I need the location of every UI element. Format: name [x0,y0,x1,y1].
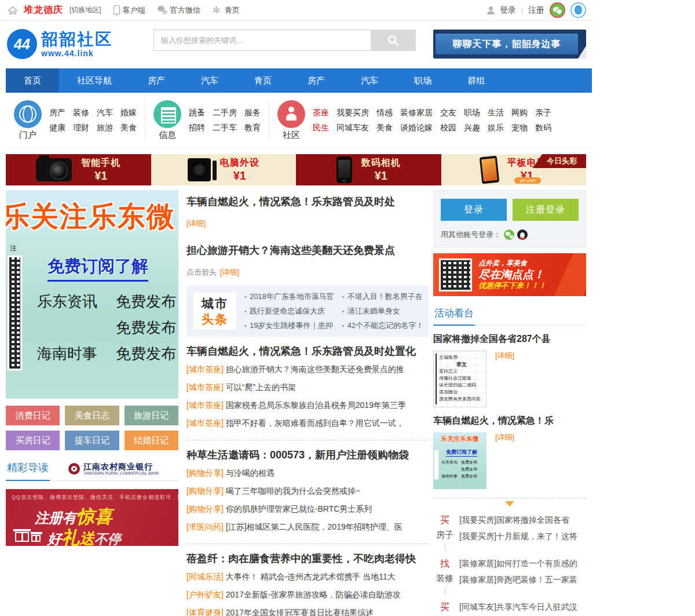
wechat-mini-icon[interactable] [504,229,514,240]
portal-link-娱乐[interactable]: 娱乐 [488,123,504,133]
article-link[interactable]: [装修家居]如何打造一个有质感的 [459,555,586,571]
expand-arrow-icon[interactable] [505,501,514,506]
search-input[interactable] [153,30,371,51]
news-thumbnail[interactable]: 主编推荐:李文坚持正义传播社会正能量请长按扫描二维码添加微信朋友圈有更多国内新 [433,351,487,407]
portal-link-婚嫁[interactable]: 婚嫁 [120,108,137,118]
portal-link-服务[interactable]: 服务 [244,108,261,118]
nav-item-4[interactable]: 青页 [236,68,290,93]
portal-link-装修[interactable]: 装修 [73,108,89,118]
qingye-link[interactable]: 青页 [213,5,240,16]
takeout-qr-ad[interactable]: 点外卖，享美食 尽在淘点点！ 优惠停不下来！！！ [433,253,586,296]
qq-mini-icon[interactable] [517,229,528,240]
portal-link-交友[interactable]: 交友 [440,108,456,118]
news-thumbnail[interactable]: 乐关注乐东微免费订阅了解乐东资讯免费发布免费发布海南时事免费发布 [433,432,487,489]
product-segment-1[interactable]: 电脑外设¥1 [151,154,297,185]
nav-item-3[interactable]: 汽车 [183,68,236,93]
portal-link-谈婚论嫁[interactable]: 谈婚论嫁 [400,123,433,133]
article-link[interactable]: [购物分享]你的肌肤护理管家已就位-BRTC男士系列 [186,500,429,518]
headline-link[interactable]: 践行新使命忠诚保大庆 [244,306,334,316]
wechat-login-icon[interactable] [550,2,565,18]
highlights-title[interactable]: 精彩导读 [6,461,50,481]
portal-link-美食[interactable]: 美食 [376,123,393,133]
portal-link-房产[interactable]: 房产 [49,108,65,118]
nav-item-8[interactable]: 群组 [449,68,503,93]
article-link[interactable]: [城市茶座]国家税务总局乐东黎族自治县税务局2019年第三季 [186,396,429,414]
portal-link-教育[interactable]: 教育 [244,123,261,133]
portal-link-生活[interactable]: 生活 [488,108,504,118]
headline-link[interactable]: 2018年广东各地市落马官 [244,291,334,302]
news-headline[interactable]: 国家将撤掉全国各省287个县 [433,333,586,345]
site-logo[interactable]: 44 韶韶社区 www.44.link [7,29,113,59]
portal-link-汽车[interactable]: 汽车 [97,108,113,118]
article-link[interactable]: [求医问药][江苏]相城区第二人民医院，2019年招聘护理、医 [186,518,429,536]
portal-link-二手车[interactable]: 二手车 [213,123,237,133]
register-promo-ad[interactable]: QQ首次登陆、微博首次登陆、微信关注、手机注册全都送彩币，彩币可直接抽奖 注册有… [6,489,178,546]
portal-link-茶座[interactable]: 茶座 [313,108,329,118]
article-link[interactable]: [户外驴友]2017全新版-张家界旅游攻略，防骗必读自助游攻 [186,586,429,604]
portal-link-旅游[interactable]: 旅游 [97,123,113,133]
section-headline[interactable]: 蓓盈纤：肉在膳食营养中的重要性，不吃肉老得快 [186,552,429,566]
nav-item-0[interactable]: 首页 [6,68,59,93]
article-link[interactable]: [体育健身]2017年全国女排冠军赛首日比赛结果综述 [186,604,429,616]
headline-link[interactable]: 42个不能忘记的名字！ [342,320,422,331]
left-poster-ad[interactable]: 乐关注乐东微 免费订阅了解 乐东资讯免费发布免费发布海南时事免费发布 注 [6,190,178,399]
portal-link-民生[interactable]: 民生 [313,123,329,133]
article-link[interactable]: [城市茶座]可以“爬”上去的书架 [186,378,429,396]
detail-link-1[interactable]: [详细] [186,218,429,229]
bank-logo-link[interactable]: 江南农村商业银行 JIANGNAN RURAL COMMERCIAL BANK [68,462,159,476]
tag-消费日记[interactable]: 消费日记 [6,406,60,425]
nav-item-2[interactable]: 房产 [130,68,183,93]
nav-item-6[interactable]: 汽车 [343,68,396,93]
nav-item-1[interactable]: 社区导航 [59,68,130,93]
register-link[interactable]: 注册 [528,5,544,16]
home-icon[interactable] [8,6,17,15]
section-headline[interactable]: 种草生活邀请码：000573，新用户注册领购物袋 [186,448,429,462]
portal-link-宠物[interactable]: 宠物 [511,123,528,133]
activity-title[interactable]: 活动看台 [433,307,475,326]
article-link[interactable]: [同城车友]共享汽车今日入驻武汉 [459,599,586,615]
portal-link-装修家居[interactable]: 装修家居 [400,108,433,118]
portal-link-招聘[interactable]: 招聘 [189,123,205,133]
switch-region-link[interactable]: [切换地区] [70,5,101,15]
article-link[interactable]: [城市茶座]担心旅游开销大？海南这些美翻天还免费景点的推 [186,360,429,378]
top-headline-2[interactable]: 担心旅游开销大？海南这些美翻天还免费景点 [186,243,429,257]
article-link[interactable]: [购物分享]喝了三年咖啡的我为什么会突然戒掉~ [186,482,429,500]
wechat-official-link[interactable]: 官方微信 [158,5,200,16]
article-link[interactable]: [装修家居]奔跑吧装修！五一家装 [459,571,586,588]
client-link[interactable]: 客户端 [114,5,145,16]
product-segment-2[interactable]: 数码相机¥1 [296,154,441,185]
portal-link-健康[interactable]: 健康 [49,123,65,133]
article-link[interactable]: [我要买房]十月新规，来了！这将 [459,528,586,544]
detail-link-2[interactable]: [详细] [220,267,239,278]
register-login-button[interactable]: 注册登录 [513,199,579,221]
article-link[interactable]: [同城乐活]大事件！ 精武会-连州杰龙武术馆携手 当地11大 [186,568,429,586]
tag-旅游日记[interactable]: 旅游日记 [125,406,178,425]
portal-link-跳蚤[interactable]: 跳蚤 [189,108,205,118]
nav-item-5[interactable]: 房产 [290,68,343,93]
portal-link-亲子[interactable]: 亲子 [535,108,551,118]
portal-link-同城车友[interactable]: 同城车友 [336,123,369,133]
header-banner-ad[interactable]: 聊聊天下事，韶韶身边事 [433,30,586,59]
headline-link[interactable]: 19岁女生跳楼事件｜患抑 [244,320,334,331]
tag-结婚日记[interactable]: 结婚日记 [125,431,178,450]
tag-提车日记[interactable]: 提车日记 [65,431,119,450]
top-headline-1[interactable]: 车辆自燃起火，情况紧急！乐东路管员及时处 [186,195,429,209]
portal-link-情感[interactable]: 情感 [376,108,393,118]
portal-link-网购[interactable]: 网购 [511,108,528,118]
portal-link-校园[interactable]: 校园 [440,123,456,133]
product-segment-3[interactable]: 平板电脑¥1今日头彩ytc.com [441,154,587,185]
qq-login-icon[interactable] [570,2,586,18]
article-link[interactable]: [城市茶座]指甲不好看，灰暗难看而感到自卑？用它试一试， [186,414,429,432]
nav-item-7[interactable]: 职场 [396,68,449,93]
headline-link[interactable]: 不堪入目！数名男子在女 [342,291,422,302]
portal-link-数码[interactable]: 数码 [535,123,551,133]
portal-link-兴趣[interactable]: 兴趣 [464,123,480,133]
portal-link-美食[interactable]: 美食 [120,123,137,133]
section-headline[interactable]: 车辆自燃起火，情况紧急！乐东路管员及时处置化 [186,344,429,358]
product-segment-0[interactable]: 智能手机¥1 [6,154,151,185]
article-link[interactable]: [我要买房]国家将撤掉全国各省 [459,512,586,528]
tag-买房日记[interactable]: 买房日记 [6,431,60,450]
tag-美食日志[interactable]: 美食日志 [65,406,119,425]
portal-link-我要买房[interactable]: 我要买房 [336,108,369,118]
headline-link[interactable]: 清江未婚单身女 [342,306,422,316]
